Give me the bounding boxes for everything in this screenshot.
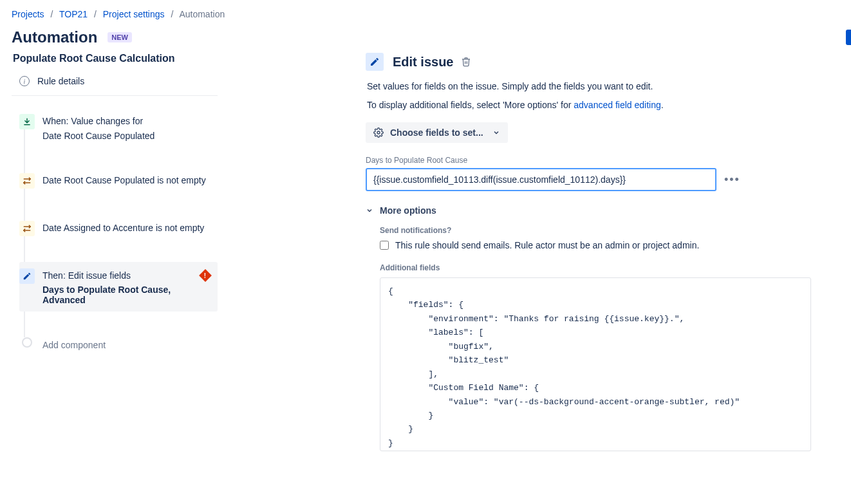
days-to-populate-input[interactable] [366, 168, 716, 191]
info-icon: i [19, 76, 30, 86]
error-icon [201, 271, 211, 281]
add-component-button[interactable]: Add component [19, 331, 218, 357]
field-label: Days to Populate Root Cause [366, 156, 839, 165]
additional-fields-label: Additional fields [380, 263, 839, 272]
condition-icon [19, 221, 35, 236]
rule-name: Populate Root Cause Calculation [12, 53, 218, 64]
notifications-text: This rule should send emails. Rule actor… [395, 240, 699, 250]
action-title: Then: Edit issue fields [42, 270, 209, 283]
step-condition-1[interactable]: Date Root Cause Populated is not empty [19, 167, 218, 195]
condition-icon [19, 173, 35, 189]
trigger-icon [19, 114, 35, 129]
trigger-sub: Date Root Cause Populated [42, 131, 209, 141]
step-action-edit-issue[interactable]: Then: Edit issue fields Days to Populate… [19, 262, 218, 312]
notifications-label: Send notifications? [380, 226, 839, 235]
step-condition-2[interactable]: Date Assigned to Accenture is not empty [19, 214, 218, 243]
right-edge-indicator [846, 30, 851, 45]
rule-details-label: Rule details [37, 76, 84, 86]
page-header: Automation NEW [0, 19, 851, 53]
more-options-label: More options [380, 205, 436, 216]
new-badge: NEW [108, 32, 132, 42]
rule-details-link[interactable]: i Rule details [12, 72, 218, 96]
empty-step-icon [22, 337, 32, 348]
panel-desc1: Set values for fields on the issue. Simp… [367, 80, 839, 93]
gear-icon [373, 127, 384, 138]
breadcrumb-current: Automation [179, 9, 225, 19]
rule-timeline: When: Value changes for Date Root Cause … [12, 107, 218, 357]
panel-desc2: To display additional fields, select 'Mo… [367, 98, 839, 112]
rule-sidebar: Populate Root Cause Calculation i Rule d… [12, 53, 218, 451]
choose-fields-button[interactable]: Choose fields to set... [366, 122, 508, 143]
action-icon [19, 268, 35, 284]
page-title: Automation [12, 28, 97, 46]
additional-fields-editor[interactable]: { "fields": { "environment": "Thanks for… [380, 277, 811, 451]
step-trigger[interactable]: When: Value changes for Date Root Cause … [19, 107, 218, 147]
edit-icon [366, 53, 384, 71]
action-sub: Days to Populate Root Cause, Advanced [42, 285, 209, 305]
edit-issue-panel: Edit issue Set values for fields on the … [218, 53, 839, 451]
breadcrumb: Projects / TOP21 / Project settings / Au… [0, 0, 851, 19]
advanced-editing-link[interactable]: advanced field editing [574, 100, 660, 110]
breadcrumb-settings[interactable]: Project settings [103, 9, 165, 19]
more-options-toggle[interactable]: More options [366, 205, 839, 216]
chevron-down-icon [366, 207, 373, 214]
choose-fields-label: Choose fields to set... [390, 127, 483, 138]
send-notifications-checkbox[interactable] [380, 241, 389, 250]
trigger-title: When: Value changes for [42, 115, 209, 128]
chevron-down-icon [492, 129, 500, 136]
field-more-button[interactable]: ••• [724, 173, 740, 187]
panel-title: Edit issue [393, 55, 453, 70]
breadcrumb-project[interactable]: TOP21 [59, 9, 88, 19]
breadcrumb-projects[interactable]: Projects [12, 9, 44, 19]
condition1-title: Date Root Cause Populated is not empty [42, 174, 209, 187]
svg-point-6 [377, 131, 380, 134]
condition2-title: Date Assigned to Accenture is not empty [42, 222, 209, 235]
add-component-label: Add component [42, 339, 209, 350]
delete-action-button[interactable] [461, 57, 471, 67]
